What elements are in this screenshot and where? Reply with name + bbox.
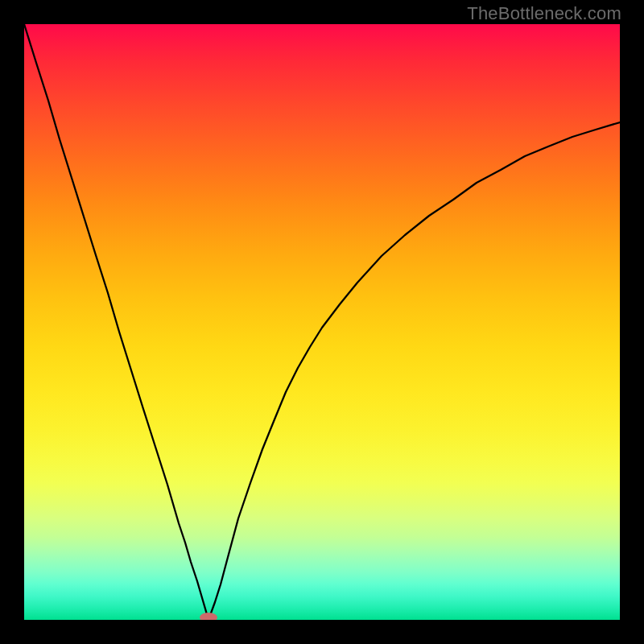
- plot-area: [24, 24, 620, 620]
- curve-layer: [24, 24, 620, 620]
- watermark-text: TheBottleneck.com: [467, 3, 621, 24]
- chart-frame: TheBottleneck.com: [0, 0, 644, 644]
- minimum-marker: [200, 613, 217, 620]
- bottleneck-curve: [24, 24, 620, 620]
